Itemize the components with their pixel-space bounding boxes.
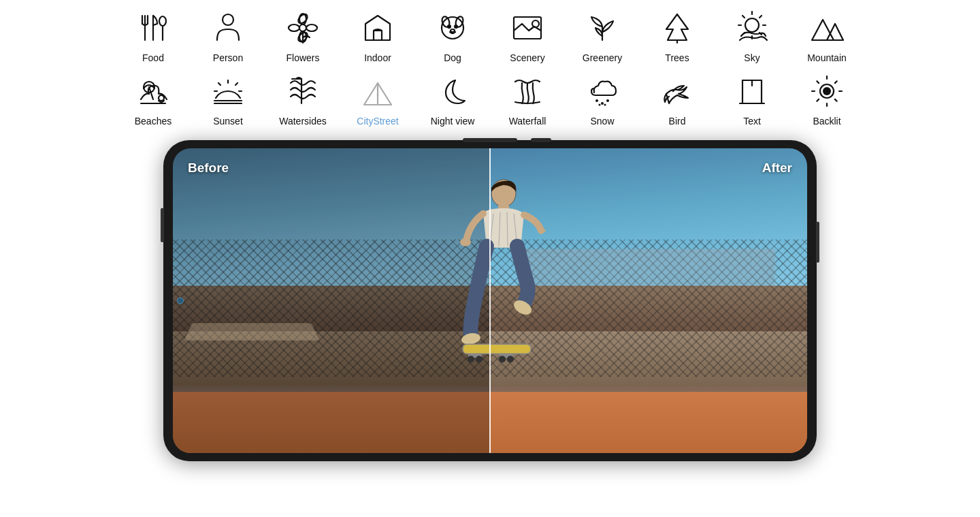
snow-icon [582, 69, 623, 113]
icon-person: Person [191, 5, 265, 69]
food-label: Food [142, 52, 164, 63]
front-camera [177, 297, 184, 304]
beaches-icon [133, 69, 174, 113]
svg-point-81 [507, 356, 514, 363]
svg-point-19 [448, 25, 451, 28]
icon-snow: Snow [565, 69, 640, 132]
person-icon [208, 5, 248, 50]
svg-rect-75 [463, 344, 531, 354]
after-court [490, 392, 807, 453]
phone-section: Before After [0, 140, 980, 461]
svg-point-50 [604, 103, 606, 105]
icon-scenery: Scenery [490, 5, 565, 69]
icons-row-1: Food Person [116, 5, 864, 69]
icon-nightview: Night view [415, 69, 490, 132]
before-court [173, 392, 490, 453]
icon-food: Food [116, 5, 191, 69]
icon-dog: Dog [415, 5, 490, 69]
icon-text: Text [715, 69, 789, 132]
mountain-label: Mountain [807, 52, 847, 63]
scenery-label: Scenery [510, 52, 544, 63]
after-city-bg [522, 249, 776, 286]
phone-screen: Before After [173, 148, 807, 453]
svg-point-79 [476, 356, 483, 363]
trees-label: Trees [665, 52, 689, 63]
bird-label: Bird [669, 116, 686, 127]
before-ramp-surface [184, 323, 320, 340]
greenery-icon [582, 5, 623, 50]
sunset-label: Sunset [213, 116, 243, 127]
svg-line-61 [817, 81, 819, 83]
watersides-label: Watersides [279, 116, 327, 127]
svg-point-37 [159, 95, 164, 101]
scene-recognition-icons: Food Person [0, 0, 980, 132]
svg-point-48 [606, 99, 609, 102]
icon-watersides: Watersides [265, 69, 340, 132]
icon-waterfall: Waterfall [490, 69, 565, 132]
scenery-icon [507, 5, 548, 50]
power-button [816, 222, 819, 263]
svg-line-63 [817, 99, 819, 101]
svg-point-21 [451, 29, 455, 32]
icon-sky: Sky [715, 5, 789, 69]
nightview-label: Night view [431, 116, 475, 127]
food-icon [133, 5, 174, 50]
svg-point-10 [289, 24, 299, 31]
watersides-icon [282, 69, 323, 113]
icons-row-2: Beaches Sunset [116, 69, 864, 132]
svg-line-40 [235, 83, 238, 85]
svg-point-46 [595, 99, 598, 102]
sky-icon [732, 5, 772, 50]
dog-icon [432, 5, 473, 50]
svg-rect-15 [374, 31, 382, 40]
beaches-label: Beaches [135, 116, 172, 127]
svg-point-20 [455, 25, 457, 28]
sky-label: Sky [744, 52, 760, 63]
backlit-label: Backlit [813, 116, 840, 127]
svg-point-47 [601, 102, 604, 105]
icon-greenery: Greenery [565, 5, 640, 69]
sunset-icon [208, 69, 248, 113]
icon-trees: Trees [640, 5, 715, 69]
person-label: Person [213, 52, 243, 63]
indoor-label: Indoor [364, 52, 391, 63]
svg-point-16 [442, 17, 463, 39]
svg-line-39 [218, 83, 220, 85]
icon-indoor: Indoor [340, 5, 415, 69]
snow-label: Snow [590, 116, 614, 127]
svg-line-64 [835, 81, 837, 83]
icon-mountain: Mountain [789, 5, 864, 69]
after-label: After [762, 161, 792, 176]
phone-device: Before After [163, 140, 817, 461]
waterfall-label: Waterfall [509, 116, 546, 127]
svg-point-12 [297, 12, 309, 24]
svg-point-23 [532, 20, 539, 27]
svg-line-31 [760, 16, 762, 18]
icon-flowers: Flowers [265, 5, 340, 69]
svg-line-62 [835, 99, 837, 101]
text-icon [732, 69, 772, 113]
svg-point-49 [599, 103, 601, 105]
svg-point-7 [299, 24, 306, 31]
flowers-label: Flowers [286, 52, 319, 63]
volume-button [161, 208, 164, 242]
svg-point-5 [159, 16, 166, 26]
bird-icon [657, 69, 698, 113]
icon-bird: Bird [640, 69, 715, 132]
svg-point-78 [468, 356, 474, 363]
backlit-icon [806, 69, 847, 113]
trees-icon [657, 5, 698, 50]
icon-beaches: Beaches [116, 69, 191, 132]
nightview-icon [432, 69, 473, 113]
text-label: Text [743, 116, 761, 127]
greenery-label: Greenery [583, 52, 622, 63]
citystreet-label: CityStreet [357, 116, 398, 127]
icon-citystreet: CityStreet [340, 69, 415, 132]
photo-composite: Before After [173, 148, 807, 453]
icon-sunset: Sunset [191, 69, 265, 132]
svg-line-30 [742, 16, 745, 18]
icon-backlit: Backlit [789, 69, 864, 132]
svg-point-25 [745, 18, 759, 32]
flowers-icon [282, 5, 323, 50]
svg-point-72 [460, 238, 471, 246]
